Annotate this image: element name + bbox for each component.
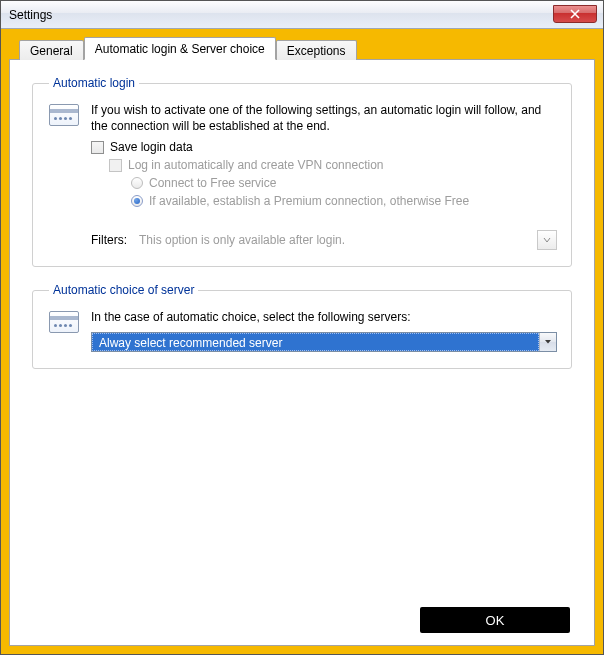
server-description: In the case of automatic choice, select … <box>91 309 557 325</box>
filters-dropdown[interactable] <box>537 230 557 250</box>
radio-free-label: Connect to Free service <box>149 176 276 190</box>
filters-text: This option is only available after logi… <box>139 233 525 247</box>
ok-button[interactable]: OK <box>420 607 570 633</box>
close-button[interactable] <box>553 5 597 23</box>
server-select[interactable]: Alway select recommended server <box>91 332 557 352</box>
ok-button-label: OK <box>486 613 505 628</box>
auto-vpn-row: Log in automatically and create VPN conn… <box>91 158 557 172</box>
tab-autologin[interactable]: Automatic login & Server choice <box>84 37 276 60</box>
filters-row: Filters: This option is only available a… <box>91 230 557 250</box>
chevron-down-icon <box>544 338 552 346</box>
tab-general[interactable]: General <box>19 40 84 60</box>
tab-strip: General Automatic login & Server choice … <box>9 37 595 60</box>
title-bar: Settings <box>1 1 603 29</box>
group-server-choice: Automatic choice of server In the case o… <box>32 283 572 368</box>
group-server-choice-legend: Automatic choice of server <box>49 283 198 297</box>
radio-premium-row: If available, establish a Premium connec… <box>91 194 557 208</box>
filters-label: Filters: <box>91 233 127 247</box>
tab-panel: Automatic login If you wish to activate … <box>9 59 595 646</box>
tab-exceptions[interactable]: Exceptions <box>276 40 357 60</box>
save-login-label: Save login data <box>110 140 193 154</box>
window-title: Settings <box>9 8 553 22</box>
save-login-row[interactable]: Save login data <box>91 140 557 154</box>
auto-vpn-checkbox <box>109 159 122 172</box>
radio-free-row: Connect to Free service <box>91 176 557 190</box>
server-select-value: Alway select recommended server <box>92 333 539 351</box>
save-login-checkbox[interactable] <box>91 141 104 154</box>
radio-free <box>131 177 143 189</box>
login-card-icon <box>47 102 81 250</box>
close-icon <box>570 9 580 19</box>
server-card-icon <box>47 309 81 351</box>
server-select-button[interactable] <box>539 333 556 351</box>
dialog-buttons: OK <box>32 607 572 633</box>
autologin-description: If you wish to activate one of the follo… <box>91 102 557 134</box>
radio-premium <box>131 195 143 207</box>
radio-premium-label: If available, establish a Premium connec… <box>149 194 469 208</box>
chevron-down-icon <box>543 236 551 244</box>
auto-vpn-label: Log in automatically and create VPN conn… <box>128 158 384 172</box>
content-frame: General Automatic login & Server choice … <box>1 29 603 654</box>
group-automatic-login: Automatic login If you wish to activate … <box>32 76 572 267</box>
group-automatic-login-legend: Automatic login <box>49 76 139 90</box>
